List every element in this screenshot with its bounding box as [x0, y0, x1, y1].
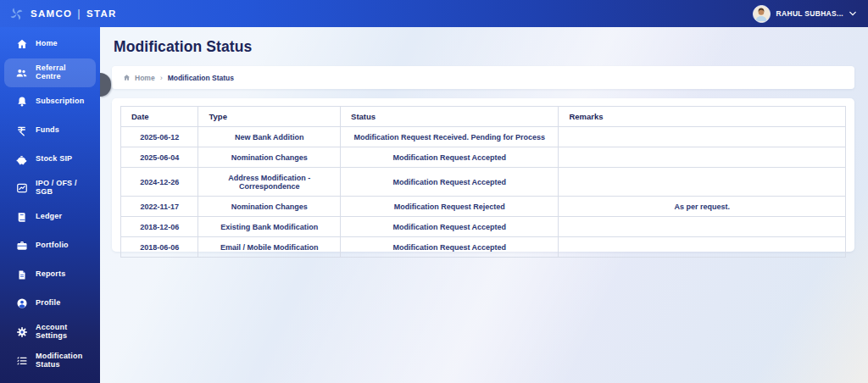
cell-status: Modification Request Accepted — [341, 237, 559, 258]
table-row: 2022-11-17 Nomination Changes Modificati… — [121, 197, 846, 217]
cell-remarks: As per request. — [559, 197, 846, 217]
rupee-icon — [15, 125, 28, 137]
cell-type: Existing Bank Modification — [198, 217, 341, 237]
brand-separator: | — [77, 7, 81, 19]
checklist-icon — [15, 355, 28, 368]
user-circle-icon — [15, 297, 28, 310]
modification-status-table-panel: Date Type Status Remarks 2025-06-12 New … — [112, 98, 854, 252]
cell-status: Modification Request Rejected — [341, 197, 559, 217]
cell-status: Modification Request Accepted — [341, 168, 559, 197]
cell-status: Modification Request Received. Pending f… — [341, 127, 559, 147]
column-header-remarks: Remarks — [559, 107, 846, 127]
cell-type: Address Modification - Correspondence — [198, 168, 341, 197]
table-row: 2018-12-06 Existing Bank Modification Mo… — [121, 217, 846, 237]
user-menu[interactable]: RAHUL SUBHAS... — [753, 5, 856, 23]
sidebar-item-stock-sip[interactable]: Stock SIP — [4, 145, 96, 174]
column-header-date: Date — [121, 107, 198, 127]
top-header-bar: SAMCO | STAR RAHUL SUBHAS... — [0, 0, 868, 27]
briefcase-icon — [15, 240, 28, 253]
cell-remarks — [559, 217, 846, 237]
cell-date: 2022-11-17 — [121, 197, 198, 217]
samco-pinwheel-icon — [8, 6, 25, 22]
user-name: RAHUL SUBHAS... — [776, 9, 843, 18]
sidebar-item-reports[interactable]: Reports — [4, 260, 96, 289]
cell-remarks — [559, 147, 846, 168]
modification-status-table: Date Type Status Remarks 2025-06-12 New … — [120, 106, 846, 258]
sidebar-item-subscription[interactable]: Subscription — [4, 87, 96, 116]
sidebar-nav: Home Referral Centre Subscription Funds — [0, 27, 100, 383]
chevron-down-icon — [849, 11, 856, 16]
sidebar-item-account-settings[interactable]: Account Settings — [4, 318, 96, 347]
table-row: 2025-06-12 New Bank Addition Modificatio… — [121, 127, 846, 147]
cell-date: 2018-12-06 — [121, 217, 198, 237]
gear-icon — [15, 326, 28, 339]
referral-centre-icon — [15, 67, 28, 80]
breadcrumb-home-link[interactable]: Home — [123, 74, 155, 82]
column-header-status: Status — [341, 107, 559, 127]
breadcrumb-separator: › — [160, 74, 163, 82]
cell-type: Email / Mobile Modification — [198, 237, 341, 258]
table-row: 2024-12-26 Address Modification - Corres… — [121, 168, 846, 197]
brand-name: SAMCO — [31, 8, 72, 19]
bell-icon — [15, 96, 28, 108]
cell-status: Modification Request Accepted — [341, 217, 559, 237]
page-title: Modification Status — [114, 38, 854, 56]
table-row: 2025-06-04 Nomination Changes Modificati… — [121, 147, 846, 168]
cell-remarks — [559, 127, 846, 147]
cell-type: Nomination Changes — [198, 197, 341, 217]
brand-logo[interactable]: SAMCO | STAR — [8, 6, 117, 22]
cell-date: 2025-06-04 — [121, 147, 198, 168]
cell-remarks — [559, 168, 846, 197]
brand-product: STAR — [86, 8, 117, 19]
home-icon — [15, 38, 28, 51]
piggy-bank-icon — [15, 153, 28, 166]
column-header-type: Type — [198, 107, 341, 127]
table-header-row: Date Type Status Remarks — [121, 107, 846, 127]
avatar — [753, 5, 771, 23]
cell-type: New Bank Addition — [198, 127, 341, 147]
table-row: 2018-06-06 Email / Mobile Modification M… — [121, 237, 846, 258]
sidebar-item-home[interactable]: Home — [4, 30, 96, 58]
ledger-book-icon — [15, 211, 28, 224]
sidebar-item-ipo-ofs-sgb[interactable]: IPO / OFS / SGB — [4, 174, 96, 203]
sidebar-item-funds[interactable]: Funds — [4, 116, 96, 145]
cell-remarks — [559, 237, 846, 258]
document-icon — [15, 269, 28, 281]
main-content: Modification Status Home › Modification … — [100, 27, 868, 383]
sidebar-item-portfolio[interactable]: Portfolio — [4, 231, 96, 260]
breadcrumb-current: Modification Status — [168, 74, 234, 82]
sidebar-item-profile[interactable]: Profile — [4, 289, 96, 318]
cell-status: Modification Request Accepted — [341, 147, 559, 168]
sidebar-item-modification-status[interactable]: Modification Status — [4, 347, 96, 375]
cell-type: Nomination Changes — [198, 147, 341, 168]
cell-date: 2025-06-12 — [121, 127, 198, 147]
cell-date: 2018-06-06 — [121, 237, 198, 258]
sidebar-item-referral-centre[interactable]: Referral Centre — [4, 58, 96, 87]
cell-date: 2024-12-26 — [121, 168, 198, 197]
sidebar-item-ledger[interactable]: Ledger — [4, 203, 96, 231]
house-icon — [123, 74, 131, 81]
breadcrumb: Home › Modification Status — [112, 66, 854, 89]
chart-icon — [15, 182, 28, 195]
